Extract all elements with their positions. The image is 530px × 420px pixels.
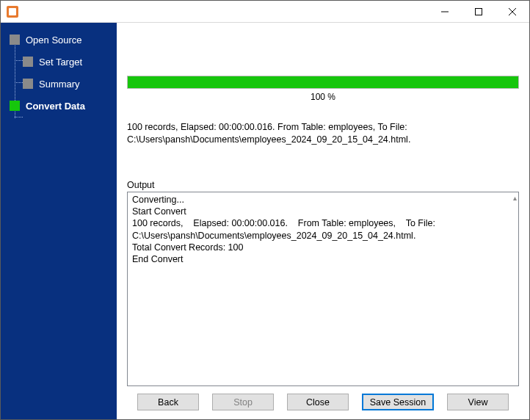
output-box[interactable]: ▴ Converting... Start Convert 100 record… <box>127 192 519 386</box>
sidebar-item-open-source[interactable]: Open Source <box>1 29 117 51</box>
maximize-button[interactable] <box>462 1 495 23</box>
square-icon <box>23 79 33 89</box>
progress-label: 100 % <box>127 92 519 102</box>
save-session-button[interactable]: Save Session <box>362 394 434 410</box>
progress-bar <box>127 76 519 89</box>
sidebar-item-set-target[interactable]: Set Target <box>1 51 117 73</box>
app-icon <box>7 6 18 18</box>
sidebar-item-label: Open Source <box>26 35 82 46</box>
sidebar: Open Source Set Target Summary Convert D… <box>1 23 117 419</box>
output-label: Output <box>127 180 519 190</box>
svg-rect-0 <box>476 8 482 15</box>
sidebar-item-label: Set Target <box>39 57 82 68</box>
sidebar-item-summary[interactable]: Summary <box>1 73 117 95</box>
sidebar-item-label: Convert Data <box>26 101 85 112</box>
scroll-up-icon[interactable]: ▴ <box>513 194 517 202</box>
main-panel: 100 % 100 records, Elapsed: 00:00:00.016… <box>117 23 529 419</box>
back-button[interactable]: Back <box>137 394 199 410</box>
close-button[interactable] <box>495 1 529 23</box>
view-button[interactable]: View <box>447 394 509 410</box>
square-icon <box>10 101 20 111</box>
minimize-button[interactable] <box>428 1 462 23</box>
stop-button: Stop <box>212 394 274 410</box>
square-icon <box>23 57 33 67</box>
summary-text: 100 records, Elapsed: 00:00:00.016. From… <box>127 121 519 146</box>
titlebar <box>1 1 529 23</box>
sidebar-item-convert-data[interactable]: Convert Data <box>1 95 117 117</box>
close-action-button[interactable]: Close <box>287 394 349 410</box>
sidebar-item-label: Summary <box>39 79 80 90</box>
progress-fill <box>128 76 518 88</box>
square-icon <box>10 35 20 45</box>
output-text: Converting... Start Convert 100 records,… <box>132 194 517 266</box>
button-row: Back Stop Close Save Session View <box>127 394 519 410</box>
progress-section: 100 % <box>127 76 519 102</box>
